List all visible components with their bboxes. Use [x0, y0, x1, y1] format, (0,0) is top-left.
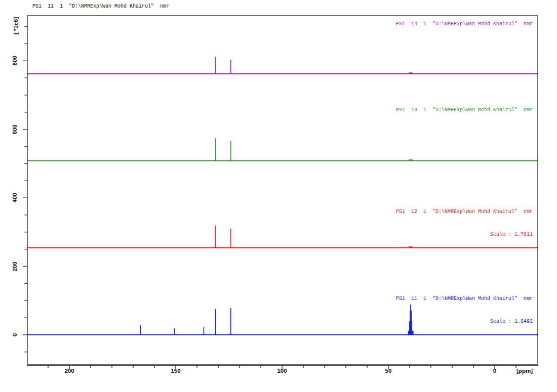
y-axis-tick-label: 400 [12, 193, 18, 203]
x-axis-unit-label: [ppm] [516, 368, 533, 374]
y-axis-tick-label: 800 [12, 56, 18, 66]
x-axis-tick-label: 150 [171, 368, 180, 374]
dataset-label-text: PS1 11 1 "D:\NMRExp\Wan Mohd Khairul" nm… [396, 295, 533, 302]
x-axis-tick-label: 50 [385, 368, 392, 374]
y-axis-tick-label: 600 [12, 124, 18, 134]
x-axis-tick-label: 200 [64, 368, 74, 374]
x-axis-tick-label: 0 [493, 368, 496, 374]
dataset-label-ps1-13[interactable]: PS1 13 1 "D:\NMRExp\Wan Mohd Khairul" nm… [396, 106, 533, 114]
x-axis-tick-label: 100 [277, 368, 287, 374]
y-axis-tick-label: 0 [12, 333, 18, 336]
dataset-label-ps1-11[interactable]: PS1 11 1 "D:\NMRExp\Wan Mohd Khairul" nm… [396, 280, 533, 340]
dataset-label-ps1-14[interactable]: PS1 14 1 "D:\NMRExp\Wan Mohd Khairul" nm… [396, 20, 533, 28]
y-axis-unit-label: [ *1e6] [13, 17, 19, 35]
dataset-scale-text: Scale : 1.7611 [396, 231, 533, 238]
dataset-label-text: PS1 12 1 "D:\NMRExp\Wan Mohd Khairul" nm… [396, 208, 533, 215]
nmr-multiple-display-window: PS1 11 1 "D:\NMRExp\Wan Mohd Khairul" nm… [0, 0, 557, 392]
dataset-label-ps1-12[interactable]: PS1 12 1 "D:\NMRExp\Wan Mohd Khairul" nm… [396, 193, 533, 253]
dataset-scale-text: Scale : 1.8492 [396, 318, 533, 325]
y-axis-tick-label: 200 [12, 262, 18, 271]
